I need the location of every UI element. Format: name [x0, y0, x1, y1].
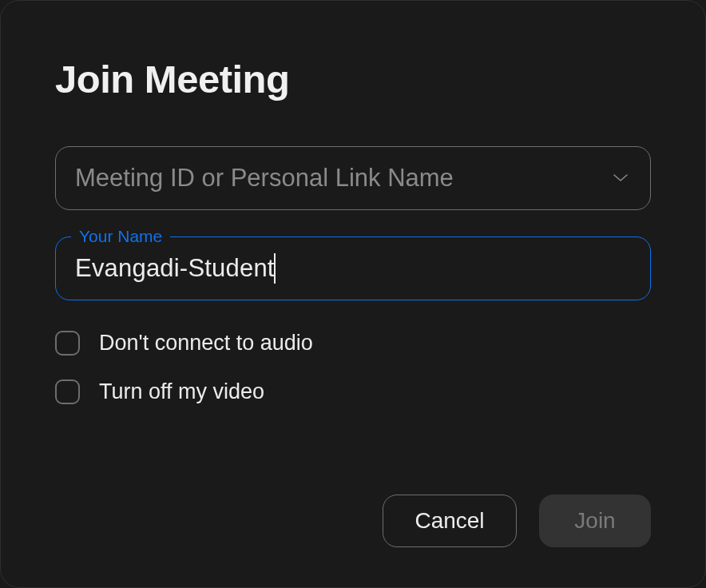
name-field-wrapper: Your Name Evangadi-Student — [55, 236, 651, 300]
text-cursor — [274, 253, 276, 284]
no-video-label[interactable]: Turn off my video — [99, 379, 264, 404]
no-audio-label[interactable]: Don't connect to audio — [99, 331, 313, 356]
no-video-option: Turn off my video — [55, 379, 651, 404]
no-audio-checkbox[interactable] — [55, 331, 80, 356]
cancel-button[interactable]: Cancel — [383, 495, 517, 547]
join-meeting-dialog: Join Meeting Meeting ID or Personal Link… — [0, 0, 706, 588]
name-field-label: Your Name — [71, 227, 170, 246]
no-video-checkbox[interactable] — [55, 379, 80, 404]
join-button[interactable]: Join — [539, 495, 651, 547]
name-input[interactable]: Evangadi-Student — [55, 236, 651, 300]
dialog-title: Join Meeting — [55, 57, 651, 101]
meeting-id-placeholder: Meeting ID or Personal Link Name — [75, 164, 454, 193]
chevron-down-icon[interactable] — [613, 173, 628, 183]
meeting-id-input[interactable]: Meeting ID or Personal Link Name — [55, 146, 651, 210]
dialog-button-row: Cancel Join — [55, 479, 651, 547]
no-audio-option: Don't connect to audio — [55, 331, 651, 356]
name-input-value: Evangadi-Student — [75, 254, 275, 283]
